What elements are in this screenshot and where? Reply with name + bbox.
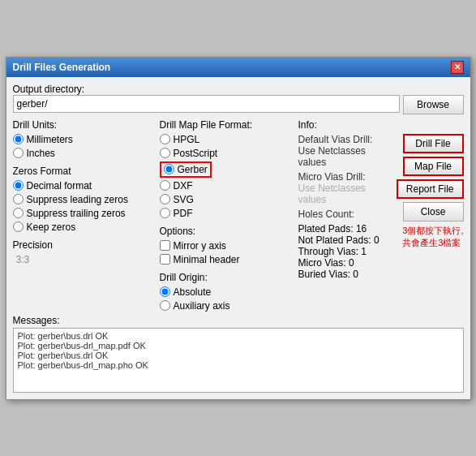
- map-file-button[interactable]: Map File: [403, 157, 464, 176]
- holes-detail: Plated Pads: 16 Not Plated Pads: 0 Throu…: [298, 223, 393, 280]
- mirror-y-option[interactable]: Mirror y axis: [160, 240, 294, 252]
- message-line: Plot: gerber\bus.drl OK: [18, 351, 459, 360]
- micro-vias-drill-section: Micro Vias Drill: Use Netclasses values: [298, 171, 393, 205]
- right-buttons-area: Drill File Map File Report File Close 3個…: [397, 134, 464, 250]
- micro-vias-label: Micro Vias:: [298, 257, 346, 269]
- svg-radio[interactable]: [160, 194, 170, 204]
- micro-vias-drill-value: Use Netclasses values: [298, 183, 393, 205]
- browse-button[interactable]: Browse: [403, 95, 464, 114]
- plated-pads-value: 16: [356, 223, 367, 234]
- output-dir-input[interactable]: [13, 95, 400, 113]
- zeros-format-title: Zeros Format: [13, 166, 155, 177]
- through-vias-row: Through Vias: 1: [298, 246, 393, 257]
- not-plated-pads-value: 0: [374, 234, 380, 246]
- postscript-label: PostScript: [174, 148, 218, 159]
- keep-zeros-radio[interactable]: [13, 222, 24, 232]
- gerber-option[interactable]: Gerber: [160, 161, 212, 178]
- absolute-label: Absolute: [174, 286, 212, 298]
- svg-label: SVG: [174, 194, 194, 205]
- action-buttons: Drill File Map File Report File Close: [397, 134, 464, 222]
- default-vias-section: Default Vias Drill: Use Netclasses value…: [298, 134, 393, 168]
- buried-vias-value: 0: [353, 269, 358, 280]
- millimeters-option[interactable]: Millimeters: [13, 134, 155, 145]
- keep-zeros-option[interactable]: Keep zeros: [13, 222, 155, 233]
- keep-zeros-label: Keep zeros: [27, 222, 76, 233]
- plated-pads-label: Plated Pads:: [298, 223, 354, 234]
- main-area: Drill Units: Millimeters Inches: [13, 119, 464, 312]
- report-file-button[interactable]: Report File: [397, 179, 464, 199]
- info-content: Default Vias Drill: Use Netclasses value…: [298, 134, 393, 283]
- buried-vias-label: Buried Vias:: [298, 269, 350, 280]
- drill-file-button[interactable]: Drill File: [403, 134, 464, 153]
- precision-value: 3:3: [16, 254, 30, 265]
- micro-vias-drill-label: Micro Vias Drill:: [298, 171, 393, 183]
- not-plated-pads-label: Not Plated Pads:: [298, 234, 371, 246]
- minimal-header-checkbox[interactable]: [160, 254, 170, 265]
- suppress-trailing-radio[interactable]: [13, 208, 24, 218]
- window-content: Output directory: Browse Drill Units: Mi…: [6, 77, 470, 399]
- decimal-format-option[interactable]: Decimal format: [13, 180, 155, 191]
- auxiliary-axis-option[interactable]: Auxiliary axis: [160, 300, 294, 312]
- drill-origin-group: Absolute Auxiliary axis: [160, 286, 294, 312]
- options-section: Options: Mirror y axis Minimal header: [160, 226, 294, 265]
- absolute-radio[interactable]: [160, 286, 170, 297]
- hpgl-option[interactable]: HPGL: [160, 134, 294, 145]
- pdf-radio[interactable]: [160, 208, 170, 218]
- dxf-option[interactable]: DXF: [160, 180, 294, 191]
- postscript-option[interactable]: PostScript: [160, 148, 294, 159]
- through-vias-label: Through Vias:: [298, 246, 359, 257]
- middle-column: Drill Map File Format: HPGL PostScript: [160, 119, 294, 312]
- through-vias-value: 1: [361, 246, 367, 257]
- suppress-leading-radio[interactable]: [13, 194, 24, 204]
- drill-units-title: Drill Units:: [13, 119, 155, 131]
- title-bar: Drill Files Generation ✕: [6, 58, 470, 77]
- drill-map-section: Drill Map File Format: HPGL PostScript: [160, 119, 294, 219]
- close-button[interactable]: Close: [403, 202, 464, 222]
- gerber-label: Gerber: [178, 164, 208, 175]
- decimal-format-radio[interactable]: [13, 180, 24, 191]
- absolute-option[interactable]: Absolute: [160, 286, 294, 298]
- svg-option[interactable]: SVG: [160, 194, 294, 205]
- gerber-radio[interactable]: [164, 164, 174, 174]
- right-column: Info: Default Vias Drill: Use Netclasses…: [298, 119, 464, 312]
- default-vias-value: Use Netclasses values: [298, 145, 393, 168]
- message-line: Plot: gerber\bus-drl_map.pdf OK: [18, 341, 459, 351]
- close-window-button[interactable]: ✕: [451, 61, 464, 74]
- millimeters-label: Millimeters: [27, 134, 73, 145]
- info-and-buttons: Default Vias Drill: Use Netclasses value…: [298, 134, 464, 283]
- postscript-radio[interactable]: [160, 148, 170, 158]
- minimal-header-option[interactable]: Minimal header: [160, 254, 294, 265]
- default-vias-label: Default Vias Drill:: [298, 134, 393, 145]
- hpgl-label: HPGL: [174, 134, 200, 145]
- pdf-label: PDF: [174, 208, 193, 219]
- auxiliary-axis-radio[interactable]: [160, 300, 170, 311]
- plated-pads-row: Plated Pads: 16: [298, 223, 393, 234]
- output-dir-section: Output directory: Browse: [13, 84, 464, 114]
- options-group: Mirror y axis Minimal header: [160, 240, 294, 265]
- suppress-leading-option[interactable]: Suppress leading zeros: [13, 194, 155, 205]
- inches-radio[interactable]: [13, 148, 24, 158]
- drill-map-group: HPGL PostScript Gerber DXF: [160, 134, 294, 219]
- mirror-y-label: Mirror y axis: [174, 240, 226, 252]
- message-line: Plot: gerber\bus-drl_map.pho OK: [18, 360, 459, 370]
- micro-vias-value: 0: [349, 257, 354, 269]
- suppress-trailing-option[interactable]: Suppress trailing zeros: [13, 208, 155, 219]
- dxf-label: DXF: [174, 180, 193, 191]
- window-title: Drill Files Generation: [13, 62, 111, 73]
- pdf-option[interactable]: PDF: [160, 208, 294, 219]
- inches-option[interactable]: Inches: [13, 148, 155, 159]
- dxf-radio[interactable]: [160, 180, 170, 191]
- mirror-y-checkbox[interactable]: [160, 240, 170, 251]
- holes-count-label: Holes Count:: [298, 209, 393, 220]
- zeros-format-group: Decimal format Suppress leading zeros Su…: [13, 180, 155, 233]
- annotation-text: 3個都按下執行, 共會產生3檔案: [402, 225, 463, 250]
- left-column: Drill Units: Millimeters Inches: [13, 119, 155, 312]
- inches-label: Inches: [27, 148, 55, 159]
- messages-area[interactable]: Plot: gerber\bus.drl OKPlot: gerber\bus-…: [13, 328, 464, 393]
- message-line: Plot: gerber\bus.drl OK: [18, 331, 459, 341]
- millimeters-radio[interactable]: [13, 134, 24, 144]
- hpgl-radio[interactable]: [160, 134, 170, 144]
- messages-section: Messages: Plot: gerber\bus.drl OKPlot: g…: [13, 315, 464, 393]
- auxiliary-axis-label: Auxiliary axis: [174, 300, 230, 312]
- not-plated-pads-row: Not Plated Pads: 0: [298, 234, 393, 246]
